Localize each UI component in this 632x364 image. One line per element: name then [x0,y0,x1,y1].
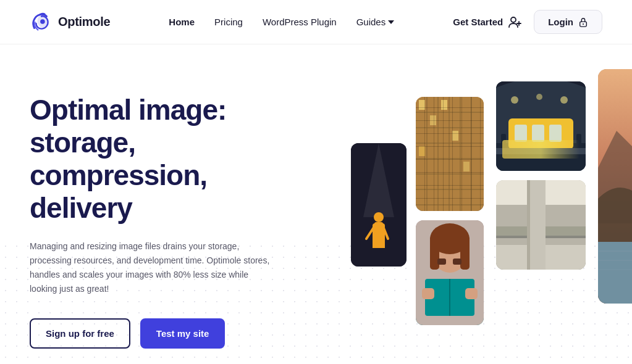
svg-rect-51 [496,148,586,154]
svg-rect-29 [419,146,425,156]
image-card-woman-reading [416,220,484,325]
logo-area[interactable]: Optimole [30,10,110,34]
svg-rect-60 [546,180,586,205]
svg-rect-45 [515,125,527,142]
nav-guides[interactable]: Guides [356,17,395,27]
svg-point-8 [374,212,384,222]
svg-rect-62 [546,236,586,238]
svg-rect-36 [437,259,446,265]
header-right: Get Started Login [453,10,602,34]
get-started-button[interactable]: Get Started [453,15,521,29]
cta-buttons: Sign up for free Test my site [30,318,326,349]
login-button[interactable]: Login [534,10,602,34]
image-card-building [416,97,484,211]
test-site-button[interactable]: Test my site [140,318,225,349]
signup-button[interactable]: Sign up for free [30,318,130,349]
svg-point-2 [511,17,516,22]
svg-rect-25 [419,100,425,110]
svg-rect-46 [532,125,544,142]
svg-point-48 [511,96,518,104]
svg-rect-40 [422,288,434,299]
svg-rect-34 [430,236,439,270]
svg-point-49 [536,94,542,100]
logo-text: Optimole [58,15,110,29]
lock-icon [578,17,588,27]
svg-rect-47 [549,125,562,142]
logo-icon [30,10,53,34]
svg-rect-28 [452,131,458,141]
nav-pricing[interactable]: Pricing [214,17,243,27]
hero-image-collage [351,81,602,347]
svg-rect-59 [496,180,527,205]
hero-description: Managing and resizing image files drains… [30,239,277,296]
hero-title: Optimal image: storage, compression, del… [30,94,289,225]
nav-home[interactable]: Home [169,17,195,27]
svg-rect-61 [496,236,527,238]
svg-rect-9 [374,222,383,241]
svg-rect-58 [527,180,530,270]
image-card-person [351,143,407,267]
main-content: Optimal image: storage, compression, del… [0,44,632,364]
svg-rect-43 [496,143,586,171]
svg-rect-30 [463,162,470,172]
image-card-subway [496,81,586,171]
main-nav: Home Pricing WordPress Plugin Guides [169,17,394,27]
svg-point-6 [583,23,584,25]
image-card-coastal [598,69,632,304]
person-add-icon [508,15,521,29]
nav-wordpress-plugin[interactable]: WordPress Plugin [263,17,337,27]
svg-rect-53 [576,134,581,148]
svg-point-50 [560,96,568,104]
svg-rect-35 [460,236,470,270]
svg-point-1 [40,19,45,24]
svg-rect-41 [465,288,478,299]
site-header: Optimole Home Pricing WordPress Plugin G… [0,0,632,44]
svg-rect-27 [430,115,436,125]
svg-rect-26 [441,100,447,110]
svg-rect-37 [453,259,461,265]
chevron-down-icon [388,20,394,24]
svg-rect-12 [416,97,484,211]
svg-rect-52 [501,134,506,148]
hero-left: Optimal image: storage, compression, del… [30,81,326,349]
image-card-architecture [496,180,586,270]
